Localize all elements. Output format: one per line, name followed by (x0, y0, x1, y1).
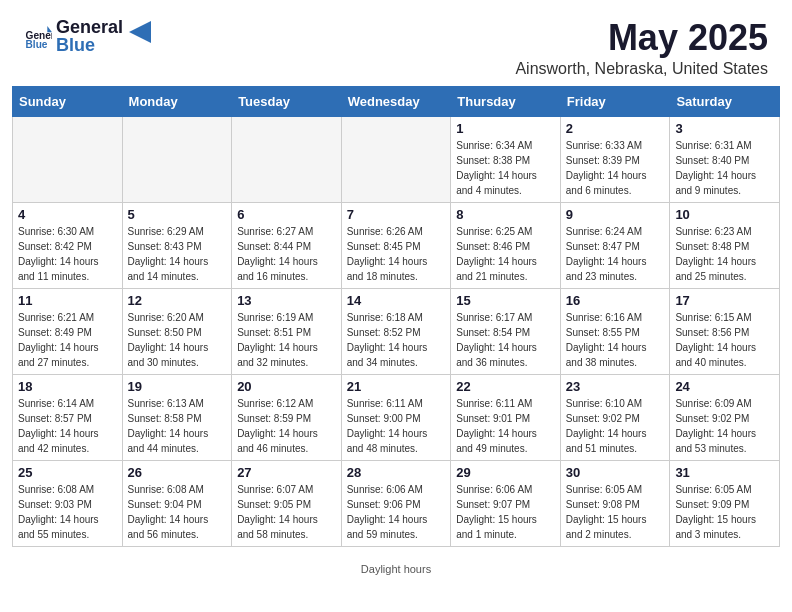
day-number: 1 (456, 121, 555, 136)
calendar-cell: 24Sunrise: 6:09 AM Sunset: 9:02 PM Dayli… (670, 374, 780, 460)
calendar-cell: 22Sunrise: 6:11 AM Sunset: 9:01 PM Dayli… (451, 374, 561, 460)
calendar-cell (341, 116, 451, 202)
day-info: Sunrise: 6:31 AM Sunset: 8:40 PM Dayligh… (675, 138, 774, 198)
footer-daylight: Daylight hours (0, 559, 792, 583)
calendar-cell: 11Sunrise: 6:21 AM Sunset: 8:49 PM Dayli… (13, 288, 123, 374)
day-number: 24 (675, 379, 774, 394)
weekday-header-thursday: Thursday (451, 86, 561, 116)
calendar-cell: 14Sunrise: 6:18 AM Sunset: 8:52 PM Dayli… (341, 288, 451, 374)
calendar-cell: 1Sunrise: 6:34 AM Sunset: 8:38 PM Daylig… (451, 116, 561, 202)
day-number: 2 (566, 121, 665, 136)
day-info: Sunrise: 6:19 AM Sunset: 8:51 PM Dayligh… (237, 310, 336, 370)
day-info: Sunrise: 6:08 AM Sunset: 9:03 PM Dayligh… (18, 482, 117, 542)
calendar-cell: 12Sunrise: 6:20 AM Sunset: 8:50 PM Dayli… (122, 288, 232, 374)
day-info: Sunrise: 6:26 AM Sunset: 8:45 PM Dayligh… (347, 224, 446, 284)
calendar-table: SundayMondayTuesdayWednesdayThursdayFrid… (12, 86, 780, 547)
svg-text:Blue: Blue (26, 39, 48, 50)
day-info: Sunrise: 6:21 AM Sunset: 8:49 PM Dayligh… (18, 310, 117, 370)
month-title: May 2025 (515, 18, 768, 58)
calendar-cell: 23Sunrise: 6:10 AM Sunset: 9:02 PM Dayli… (560, 374, 670, 460)
day-number: 15 (456, 293, 555, 308)
day-number: 26 (128, 465, 227, 480)
calendar-cell: 8Sunrise: 6:25 AM Sunset: 8:46 PM Daylig… (451, 202, 561, 288)
day-number: 6 (237, 207, 336, 222)
calendar-cell: 29Sunrise: 6:06 AM Sunset: 9:07 PM Dayli… (451, 460, 561, 546)
logo-arrow-icon (129, 21, 151, 43)
day-info: Sunrise: 6:11 AM Sunset: 9:00 PM Dayligh… (347, 396, 446, 456)
calendar-cell: 27Sunrise: 6:07 AM Sunset: 9:05 PM Dayli… (232, 460, 342, 546)
day-info: Sunrise: 6:27 AM Sunset: 8:44 PM Dayligh… (237, 224, 336, 284)
day-info: Sunrise: 6:06 AM Sunset: 9:07 PM Dayligh… (456, 482, 555, 542)
calendar-cell: 3Sunrise: 6:31 AM Sunset: 8:40 PM Daylig… (670, 116, 780, 202)
logo-blue-text: Blue (56, 36, 123, 56)
day-number: 11 (18, 293, 117, 308)
calendar-cell: 13Sunrise: 6:19 AM Sunset: 8:51 PM Dayli… (232, 288, 342, 374)
svg-marker-3 (129, 21, 151, 43)
day-number: 8 (456, 207, 555, 222)
day-info: Sunrise: 6:15 AM Sunset: 8:56 PM Dayligh… (675, 310, 774, 370)
calendar-cell: 6Sunrise: 6:27 AM Sunset: 8:44 PM Daylig… (232, 202, 342, 288)
calendar-week-5: 25Sunrise: 6:08 AM Sunset: 9:03 PM Dayli… (13, 460, 780, 546)
day-number: 4 (18, 207, 117, 222)
day-number: 21 (347, 379, 446, 394)
weekday-header-wednesday: Wednesday (341, 86, 451, 116)
logo: General Blue General Blue (24, 18, 151, 56)
calendar-week-3: 11Sunrise: 6:21 AM Sunset: 8:49 PM Dayli… (13, 288, 780, 374)
day-info: Sunrise: 6:14 AM Sunset: 8:57 PM Dayligh… (18, 396, 117, 456)
calendar-cell: 16Sunrise: 6:16 AM Sunset: 8:55 PM Dayli… (560, 288, 670, 374)
day-info: Sunrise: 6:18 AM Sunset: 8:52 PM Dayligh… (347, 310, 446, 370)
calendar-cell: 9Sunrise: 6:24 AM Sunset: 8:47 PM Daylig… (560, 202, 670, 288)
calendar-cell: 17Sunrise: 6:15 AM Sunset: 8:56 PM Dayli… (670, 288, 780, 374)
weekday-header-sunday: Sunday (13, 86, 123, 116)
calendar-cell: 19Sunrise: 6:13 AM Sunset: 8:58 PM Dayli… (122, 374, 232, 460)
day-info: Sunrise: 6:09 AM Sunset: 9:02 PM Dayligh… (675, 396, 774, 456)
day-info: Sunrise: 6:23 AM Sunset: 8:48 PM Dayligh… (675, 224, 774, 284)
weekday-header-tuesday: Tuesday (232, 86, 342, 116)
calendar-cell: 20Sunrise: 6:12 AM Sunset: 8:59 PM Dayli… (232, 374, 342, 460)
day-info: Sunrise: 6:25 AM Sunset: 8:46 PM Dayligh… (456, 224, 555, 284)
weekday-row: SundayMondayTuesdayWednesdayThursdayFrid… (13, 86, 780, 116)
calendar-cell: 31Sunrise: 6:05 AM Sunset: 9:09 PM Dayli… (670, 460, 780, 546)
calendar-cell: 10Sunrise: 6:23 AM Sunset: 8:48 PM Dayli… (670, 202, 780, 288)
day-number: 14 (347, 293, 446, 308)
day-number: 19 (128, 379, 227, 394)
day-info: Sunrise: 6:29 AM Sunset: 8:43 PM Dayligh… (128, 224, 227, 284)
day-info: Sunrise: 6:13 AM Sunset: 8:58 PM Dayligh… (128, 396, 227, 456)
calendar-cell: 18Sunrise: 6:14 AM Sunset: 8:57 PM Dayli… (13, 374, 123, 460)
title-area: May 2025 Ainsworth, Nebraska, United Sta… (515, 18, 768, 78)
day-info: Sunrise: 6:12 AM Sunset: 8:59 PM Dayligh… (237, 396, 336, 456)
day-number: 5 (128, 207, 227, 222)
day-info: Sunrise: 6:16 AM Sunset: 8:55 PM Dayligh… (566, 310, 665, 370)
day-number: 3 (675, 121, 774, 136)
calendar-cell (13, 116, 123, 202)
day-number: 20 (237, 379, 336, 394)
page-header: General Blue General Blue May 2025 Ainsw… (0, 0, 792, 86)
calendar-body: 1Sunrise: 6:34 AM Sunset: 8:38 PM Daylig… (13, 116, 780, 546)
logo-icon: General Blue (24, 23, 52, 51)
day-info: Sunrise: 6:07 AM Sunset: 9:05 PM Dayligh… (237, 482, 336, 542)
calendar-cell: 5Sunrise: 6:29 AM Sunset: 8:43 PM Daylig… (122, 202, 232, 288)
day-number: 28 (347, 465, 446, 480)
day-info: Sunrise: 6:05 AM Sunset: 9:09 PM Dayligh… (675, 482, 774, 542)
day-number: 7 (347, 207, 446, 222)
calendar-cell: 4Sunrise: 6:30 AM Sunset: 8:42 PM Daylig… (13, 202, 123, 288)
day-number: 18 (18, 379, 117, 394)
calendar-cell: 7Sunrise: 6:26 AM Sunset: 8:45 PM Daylig… (341, 202, 451, 288)
calendar-cell: 21Sunrise: 6:11 AM Sunset: 9:00 PM Dayli… (341, 374, 451, 460)
calendar-cell (122, 116, 232, 202)
day-number: 9 (566, 207, 665, 222)
weekday-header-saturday: Saturday (670, 86, 780, 116)
calendar-cell (232, 116, 342, 202)
day-info: Sunrise: 6:10 AM Sunset: 9:02 PM Dayligh… (566, 396, 665, 456)
calendar-cell: 30Sunrise: 6:05 AM Sunset: 9:08 PM Dayli… (560, 460, 670, 546)
day-info: Sunrise: 6:17 AM Sunset: 8:54 PM Dayligh… (456, 310, 555, 370)
day-info: Sunrise: 6:05 AM Sunset: 9:08 PM Dayligh… (566, 482, 665, 542)
calendar-week-4: 18Sunrise: 6:14 AM Sunset: 8:57 PM Dayli… (13, 374, 780, 460)
calendar-week-1: 1Sunrise: 6:34 AM Sunset: 8:38 PM Daylig… (13, 116, 780, 202)
day-info: Sunrise: 6:06 AM Sunset: 9:06 PM Dayligh… (347, 482, 446, 542)
calendar-cell: 2Sunrise: 6:33 AM Sunset: 8:39 PM Daylig… (560, 116, 670, 202)
day-number: 17 (675, 293, 774, 308)
calendar-wrapper: SundayMondayTuesdayWednesdayThursdayFrid… (0, 86, 792, 559)
calendar-cell: 26Sunrise: 6:08 AM Sunset: 9:04 PM Dayli… (122, 460, 232, 546)
day-number: 27 (237, 465, 336, 480)
